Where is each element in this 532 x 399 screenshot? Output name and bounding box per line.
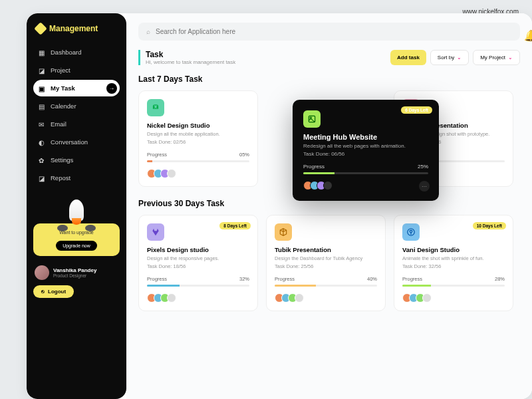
filter-label: My Project <box>480 55 505 61</box>
user-profile[interactable]: Vanshika Pandey Product Designer <box>33 265 120 280</box>
user-name: Vanshika Pandey <box>53 267 96 273</box>
upgrade-button[interactable]: Upgrade now <box>56 241 97 251</box>
more-icon[interactable]: ⋯ <box>419 181 430 192</box>
podcast-icon <box>402 223 420 241</box>
card-done: Task Done: 18/56 <box>147 263 249 269</box>
sidebar-item-repost[interactable]: ◪Repost <box>33 170 120 186</box>
sidebar-item-settings[interactable]: ✿Settings <box>33 152 120 168</box>
card-desc: Design all the mobile application. <box>147 131 249 137</box>
progress-label: Progress <box>147 152 167 158</box>
nav-label: My Task <box>51 84 75 92</box>
sidebar-item-project[interactable]: ◪Project <box>33 62 120 78</box>
task-card[interactable]: 8 Days Left Pixels Design studio Design … <box>138 215 258 311</box>
nav-label: Settings <box>51 156 73 164</box>
assignees <box>275 293 377 303</box>
svg-point-1 <box>157 106 158 107</box>
sidebar-item-dashboard[interactable]: ▦Dashboard <box>33 44 120 61</box>
assignees <box>303 181 428 190</box>
progress-label: Progress <box>303 164 325 170</box>
sidebar-item-conversation[interactable]: ◐Conversation <box>33 134 120 150</box>
assignees <box>147 293 249 303</box>
task-card[interactable]: Tubik Presentation Design the Dashboard … <box>266 215 386 311</box>
days-left-badge: 6 Days Left <box>401 106 432 114</box>
progress-label: Progress <box>275 276 295 282</box>
main-content: ⌕ 🔔 Task Hi, welcome to task management … <box>126 13 532 399</box>
sidebar-item-mytask[interactable]: ▣My Task→ <box>33 80 120 96</box>
nav-label: Conversation <box>51 138 88 146</box>
chevron-down-icon: ⌄ <box>457 55 462 61</box>
image-icon <box>303 110 321 128</box>
brand: Management <box>33 24 120 33</box>
days-left-badge: 10 Days Left <box>473 222 506 229</box>
task-card[interactable]: 10 Days Left Vani Design Studio Animate … <box>394 215 513 311</box>
gear-icon: ✿ <box>39 157 45 164</box>
card-desc: Animate the shot with sprinkle of fun. <box>402 255 505 261</box>
app-window: Management ▦Dashboard ◪Project ▣My Task→… <box>27 13 532 399</box>
search-icon: ⌕ <box>146 28 150 35</box>
logout-button[interactable]: ⎋Logout <box>33 285 74 298</box>
svg-point-0 <box>154 106 154 107</box>
nav-label: Calender <box>51 102 76 110</box>
section-title-7days: Last 7 Days Task <box>138 74 520 84</box>
grid-icon: ▦ <box>39 49 45 56</box>
card-title: Vani Design Studio <box>402 246 505 253</box>
arrow-right-icon: → <box>106 83 117 94</box>
search-input[interactable] <box>156 28 512 35</box>
progress-bar <box>147 285 249 287</box>
card-desc: Redesign all the web pages with animatio… <box>303 143 428 149</box>
progress-value: 40% <box>367 276 377 282</box>
chat-icon: ◐ <box>39 139 45 146</box>
progress-value: 28% <box>495 276 505 282</box>
sidebar: Management ▦Dashboard ◪Project ▣My Task→… <box>27 13 126 399</box>
page-header: Task Hi, welcome to task management task… <box>138 50 520 65</box>
card-title: Pixels Design studio <box>147 246 249 253</box>
card-title: Nickel Design Studio <box>147 122 249 129</box>
card-done: Task Done: 25/56 <box>275 263 377 269</box>
gitlab-icon <box>147 223 164 241</box>
progress-value: 25% <box>418 164 428 170</box>
task-card[interactable]: Nickel Design Studio Design all the mobi… <box>138 90 258 187</box>
filter-button[interactable]: My Project⌄ <box>473 50 520 65</box>
chevron-down-icon: ⌄ <box>508 55 513 61</box>
card-title: Tubik Presentation <box>275 246 377 253</box>
user-role: Product Designer <box>53 273 96 278</box>
progress-value: 32% <box>239 276 249 282</box>
brand-icon <box>34 22 47 35</box>
search-bar[interactable]: ⌕ <box>138 23 520 41</box>
nav-label: Project <box>51 66 70 74</box>
cube-icon <box>275 223 292 241</box>
avatar <box>35 265 49 280</box>
card-desc: Design the Dashboard for Tubik Agency <box>275 255 377 261</box>
card-desc: Design all the responsive pages. <box>147 255 249 261</box>
nav-label: Repost <box>51 174 70 182</box>
progress-bar <box>147 160 249 162</box>
card-done: Task Done: 06/56 <box>303 151 428 157</box>
user-info: Vanshika Pandey Product Designer <box>53 267 96 278</box>
page-subtitle: Hi, welcome to task management task <box>146 59 235 65</box>
nav: ▦Dashboard ◪Project ▣My Task→ ▤Calender … <box>33 44 120 186</box>
android-icon <box>147 99 164 116</box>
check-icon: ◪ <box>39 67 45 74</box>
upgrade-card: Want to upgrade Upgrade now <box>33 200 120 256</box>
days-left-badge: 8 Days Left <box>219 222 251 229</box>
sidebar-item-calender[interactable]: ▤Calender <box>33 98 120 114</box>
progress-label: Progress <box>402 276 422 282</box>
add-task-button[interactable]: Add task <box>390 50 426 65</box>
progress-label: Progress <box>147 276 167 282</box>
bell-icon[interactable]: 🔔 <box>524 29 532 37</box>
progress-bar <box>275 285 377 287</box>
card-title: Meeting Hub Website <box>303 133 428 141</box>
page-title: Task <box>146 50 235 59</box>
brand-text: Management <box>49 24 98 33</box>
repost-icon: ◪ <box>39 175 45 182</box>
cards-30days: 8 Days Left Pixels Design studio Design … <box>138 215 520 311</box>
nav-label: Email <box>51 120 66 128</box>
progress-bar <box>303 172 428 174</box>
calendar-icon: ▤ <box>39 103 45 110</box>
rocket-illustration <box>60 200 93 233</box>
sidebar-item-email[interactable]: ✉Email <box>33 116 120 132</box>
task-card-featured[interactable]: 6 Days Left Meeting Hub Website Redesign… <box>293 100 439 201</box>
progress-value: 05% <box>239 152 249 158</box>
sort-button[interactable]: Sort by⌄ <box>430 50 469 65</box>
nav-label: Dashboard <box>51 49 81 56</box>
